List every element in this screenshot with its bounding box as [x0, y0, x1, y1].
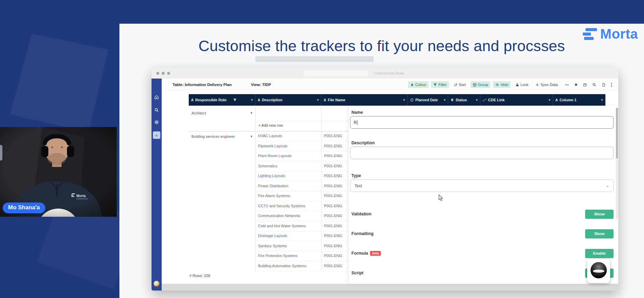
- app-header: Table: Information Delivery Plan View: T…: [162, 79, 618, 91]
- filter-icon[interactable]: [233, 98, 237, 102]
- file-name-cell[interactable]: P001-ENG: [324, 174, 342, 178]
- table-name-label[interactable]: Table: Information Delivery Plan: [172, 83, 232, 87]
- more-icon: [611, 83, 612, 87]
- description-cell[interactable]: HVAC Layouts: [258, 134, 282, 138]
- sort-icon: [454, 83, 458, 87]
- chevron-down-icon[interactable]: ▾: [403, 98, 405, 102]
- search-icon-button[interactable]: [592, 82, 597, 87]
- description-cell[interactable]: Sanitary Systems: [258, 244, 287, 248]
- paint-icon: [410, 83, 414, 87]
- formula-action-button[interactable]: Enable: [585, 249, 614, 258]
- column-header-label: Status: [456, 98, 467, 102]
- file-name-cell[interactable]: P001-ENG: [324, 144, 342, 148]
- background-window-bar: [255, 56, 374, 62]
- add-new-row-button[interactable]: + Add new row: [258, 123, 283, 127]
- description-cell[interactable]: Communication Networks: [258, 214, 300, 218]
- chevron-down-icon[interactable]: ▾: [444, 98, 445, 102]
- toolbar-button-sync-data[interactable]: Sync Data: [533, 81, 560, 88]
- record-icon: [574, 83, 578, 86]
- name-input[interactable]: R: [350, 116, 614, 129]
- calendar-icon-button[interactable]: [582, 82, 588, 87]
- status-type-icon: [451, 98, 454, 102]
- formatting-action-button[interactable]: Show: [585, 229, 614, 238]
- chevron-down-icon[interactable]: ▾: [317, 98, 319, 102]
- description-cell[interactable]: Fire Protection Systems: [258, 254, 298, 258]
- gear-icon[interactable]: [154, 120, 159, 126]
- description-cell[interactable]: Pipework Layouts: [258, 144, 288, 148]
- file-name-cell[interactable]: P001-ENG: [324, 184, 342, 188]
- file-name-cell[interactable]: P001-ENG: [324, 264, 342, 268]
- view-name-label[interactable]: View: TIDP: [251, 83, 271, 87]
- window-control-dots[interactable]: [156, 72, 170, 75]
- chevron-down-icon[interactable]: ▼: [250, 135, 253, 138]
- more-icon-button[interactable]: [610, 82, 613, 88]
- search-icon[interactable]: [154, 108, 159, 114]
- validation-action-button[interactable]: Show: [585, 210, 614, 219]
- panel-scrollbar[interactable]: [616, 108, 618, 219]
- file-name-cell[interactable]: P001-ENG: [324, 194, 342, 198]
- file-name-cell[interactable]: P001-ENG: [324, 214, 342, 218]
- column-header-description[interactable]: ADescription▾: [255, 94, 321, 106]
- description-cell[interactable]: Lighting Layouts: [258, 174, 285, 178]
- group-role-label[interactable]: Building services engineer: [191, 134, 235, 139]
- toolbar-button-colour[interactable]: Colour: [408, 81, 429, 88]
- column-header-status[interactable]: Status▾: [448, 94, 480, 106]
- toolbar-button-lock[interactable]: Lock: [513, 81, 531, 88]
- toolbar-button-filter[interactable]: Filter: [431, 81, 449, 88]
- column-header-planned-date[interactable]: Planned Date▾: [408, 94, 448, 106]
- description-input[interactable]: [350, 147, 614, 159]
- file-name-cell[interactable]: P001-ENG: [324, 244, 342, 248]
- column-header-responsible-role[interactable]: AResponsible Role▾: [189, 94, 255, 106]
- add-table-button[interactable]: +: [153, 131, 160, 139]
- link-type-icon: [483, 98, 486, 102]
- expand-icon-button[interactable]: [564, 82, 570, 87]
- export-icon-button[interactable]: [601, 82, 606, 87]
- file-name-cell[interactable]: P001-ENG: [324, 154, 342, 158]
- file-name-cell[interactable]: P001-ENG: [324, 164, 342, 168]
- column-header-file-name[interactable]: AFile Name▾: [321, 94, 408, 106]
- description-cell[interactable]: CCTV and Security Systems: [258, 204, 305, 208]
- type-select[interactable]: Text ⌄: [350, 179, 614, 192]
- type-label: Type: [351, 173, 361, 178]
- home-icon[interactable]: [154, 95, 159, 101]
- panel-section-validation: ValidationShow: [351, 209, 614, 219]
- column-header-column-1[interactable]: AColumn 1▾: [553, 94, 605, 106]
- file-name-cell[interactable]: P001-ENG: [324, 254, 342, 258]
- toolbar-button-label: Filter: [438, 83, 446, 87]
- column-header-label: CDE Link: [488, 98, 505, 102]
- app-window: Commercial Shaw Table: Information Deliv…: [152, 68, 618, 291]
- toolbar-button-hide[interactable]: Hide: [493, 81, 511, 88]
- toolbar-button-sort[interactable]: Sort: [452, 81, 468, 88]
- record-icon-button[interactable]: [574, 82, 578, 87]
- chevron-down-icon[interactable]: ▾: [476, 98, 478, 102]
- beta-badge: Beta: [370, 251, 381, 256]
- description-cell[interactable]: Building Automation Systems: [258, 264, 306, 268]
- export-icon: [602, 83, 605, 87]
- column-header-cde-link[interactable]: CDE Link▾: [480, 94, 553, 106]
- group-role-label[interactable]: Architect: [191, 111, 206, 115]
- chevron-down-icon[interactable]: ▾: [601, 98, 603, 102]
- chevron-down-icon[interactable]: ▾: [251, 98, 253, 102]
- column-header-label: Description: [262, 98, 282, 102]
- file-name-cell[interactable]: P001-ENG: [324, 134, 342, 138]
- description-cell[interactable]: Drainage Layouts: [258, 234, 287, 238]
- date-type-icon: [410, 98, 414, 102]
- file-name-cell[interactable]: P001-ENG: [324, 224, 342, 228]
- webcam-overlay: Morta Mo Shana'a: [0, 127, 117, 217]
- side-handle[interactable]: [0, 145, 2, 161]
- description-cell[interactable]: Schematics: [258, 164, 277, 168]
- file-name-cell[interactable]: P001-ENG: [324, 234, 342, 238]
- description-cell[interactable]: Cold and Hot Water Systems: [258, 224, 306, 228]
- description-cell[interactable]: Fire Alarm Systems: [258, 194, 290, 198]
- file-name-cell[interactable]: P001-ENG: [324, 204, 342, 208]
- toolbar-button-group[interactable]: Group: [470, 81, 491, 88]
- panel-section-script: Script: [351, 268, 614, 278]
- description-cell[interactable]: Plant Room Layouts: [258, 154, 292, 158]
- description-cell[interactable]: Power Distribution: [258, 184, 288, 188]
- chevron-down-icon[interactable]: ▾: [549, 98, 550, 102]
- address-bar[interactable]: [304, 70, 368, 76]
- chevron-down-icon[interactable]: ▼: [250, 111, 253, 115]
- horizontal-scrollbar[interactable]: [152, 284, 618, 291]
- name-label: Name: [351, 110, 363, 115]
- avatar[interactable]: [153, 280, 160, 287]
